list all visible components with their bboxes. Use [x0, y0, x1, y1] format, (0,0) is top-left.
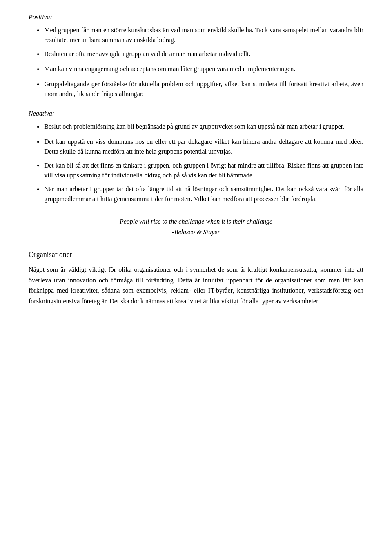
positiva-item-3: Man kan vinna engagemang och acceptans o…	[44, 64, 363, 74]
negativa-item-3: Det kan bli så att det finns en tänkare …	[44, 161, 363, 180]
list-item: När man arbetar i grupper tar det ofta l…	[29, 184, 363, 204]
negativa-item-2: Det kan uppstå en viss dominans hos en e…	[44, 137, 363, 157]
section-negativa: Negativa: Beslut och problemlösning kan …	[29, 109, 363, 204]
section-positiva: Positiva: Med gruppen får man en större …	[29, 12, 363, 99]
quote-line1: People will rise to the challange when i…	[29, 216, 363, 227]
organisationer-heading: Organisationer	[29, 249, 363, 260]
positiva-item-1: Med gruppen får man en större kunskapsba…	[44, 25, 363, 45]
list-item: Man kan vinna engagemang och acceptans o…	[29, 64, 363, 75]
organisationer-paragraph: Något som är väldigt viktigt för olika o…	[29, 264, 363, 306]
negativa-label: Negativa:	[29, 109, 363, 119]
page: Positiva: Med gruppen får man en större …	[0, 0, 392, 549]
negativa-item-4: När man arbetar i grupper tar det ofta l…	[44, 184, 363, 204]
quote-block: People will rise to the challange when i…	[29, 216, 363, 237]
list-item: Det kan uppstå en viss dominans hos en e…	[29, 137, 363, 157]
list-item: Beslut och problemlösning kan bli begrän…	[29, 122, 363, 133]
list-item: Det kan bli så att det finns en tänkare …	[29, 161, 363, 180]
positiva-item-2: Besluten är ofta mer avvägda i grupp än …	[44, 49, 363, 59]
list-item: Gruppdeltagande ger förståelse för aktue…	[29, 79, 363, 99]
positiva-label: Positiva:	[29, 12, 363, 22]
positiva-item-4: Gruppdeltagande ger förståelse för aktue…	[44, 79, 363, 99]
quote-line2: -Belasco & Stayer	[29, 227, 363, 238]
list-item: Med gruppen får man en större kunskapsba…	[29, 25, 363, 45]
list-item: Besluten är ofta mer avvägda i grupp än …	[29, 49, 363, 60]
section-organisationer: Organisationer Något som är väldigt vikt…	[29, 249, 363, 306]
negativa-list: Beslut och problemlösning kan bli begrän…	[29, 122, 363, 204]
positiva-list: Med gruppen får man en större kunskapsba…	[29, 25, 363, 99]
negativa-item-1: Beslut och problemlösning kan bli begrän…	[44, 122, 363, 132]
